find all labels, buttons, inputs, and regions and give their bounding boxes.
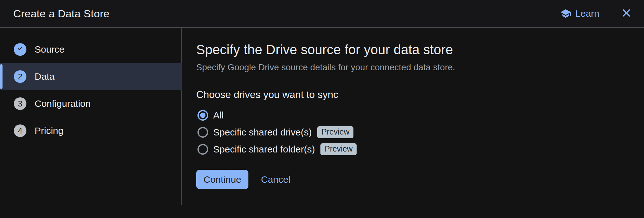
option-specific-shared-folders[interactable]: Specific shared folder(s) Preview	[196, 141, 625, 158]
step-pricing[interactable]: 4 Pricing	[0, 117, 182, 144]
create-data-store-dialog: Create a Data Store Learn	[0, 0, 644, 218]
action-buttons: Continue Cancel	[196, 170, 625, 189]
radio-specific-folders-icon[interactable]	[197, 144, 208, 155]
option-all-label: All	[213, 110, 224, 121]
option-specific-folders-label: Specific shared folder(s)	[213, 144, 315, 155]
sync-section-title: Choose drives you want to sync	[196, 89, 625, 100]
preview-badge: Preview	[317, 126, 353, 138]
step-data-circle: 2	[14, 70, 26, 83]
radio-specific-drives-icon[interactable]	[197, 127, 208, 138]
dialog-header: Create a Data Store Learn	[0, 0, 644, 28]
radio-all-checked-icon[interactable]	[197, 110, 208, 121]
step-source-circle	[14, 43, 26, 56]
stepper-sidebar: Source 2 Data 3 Configuration 4 Pricing	[0, 28, 182, 218]
dialog-body: Source 2 Data 3 Configuration 4 Pricing …	[0, 28, 644, 218]
step-data-label: Data	[35, 71, 54, 82]
drive-sync-options: All Specific shared drive(s) Preview Spe…	[196, 107, 625, 158]
close-icon	[621, 8, 632, 20]
step-pricing-label: Pricing	[35, 125, 64, 136]
step-configuration-circle: 3	[14, 97, 26, 110]
step-configuration-label: Configuration	[35, 98, 91, 109]
step-source-label: Source	[35, 44, 64, 55]
close-button[interactable]	[618, 5, 635, 22]
learn-link[interactable]: Learn	[558, 6, 602, 21]
option-specific-drives-label: Specific shared drive(s)	[213, 127, 312, 138]
cancel-button[interactable]: Cancel	[253, 170, 298, 189]
step-pricing-circle: 4	[14, 124, 26, 137]
option-all[interactable]: All	[196, 107, 625, 124]
page-subtitle: Specify Google Drive source details for …	[196, 62, 625, 72]
school-icon	[560, 8, 571, 19]
step-configuration[interactable]: 3 Configuration	[0, 90, 182, 117]
option-specific-shared-drives[interactable]: Specific shared drive(s) Preview	[196, 124, 625, 141]
dialog-title: Create a Data Store	[13, 8, 109, 20]
continue-button[interactable]: Continue	[196, 170, 248, 189]
page-title: Specify the Drive source for your data s…	[196, 42, 625, 57]
step-source[interactable]: Source	[0, 36, 182, 63]
active-step-accent-bar	[0, 64, 3, 89]
preview-badge: Preview	[320, 143, 357, 155]
step-data[interactable]: 2 Data	[0, 63, 182, 90]
learn-label: Learn	[575, 8, 599, 19]
check-icon	[16, 45, 24, 54]
main-panel: Specify the Drive source for your data s…	[182, 28, 644, 218]
